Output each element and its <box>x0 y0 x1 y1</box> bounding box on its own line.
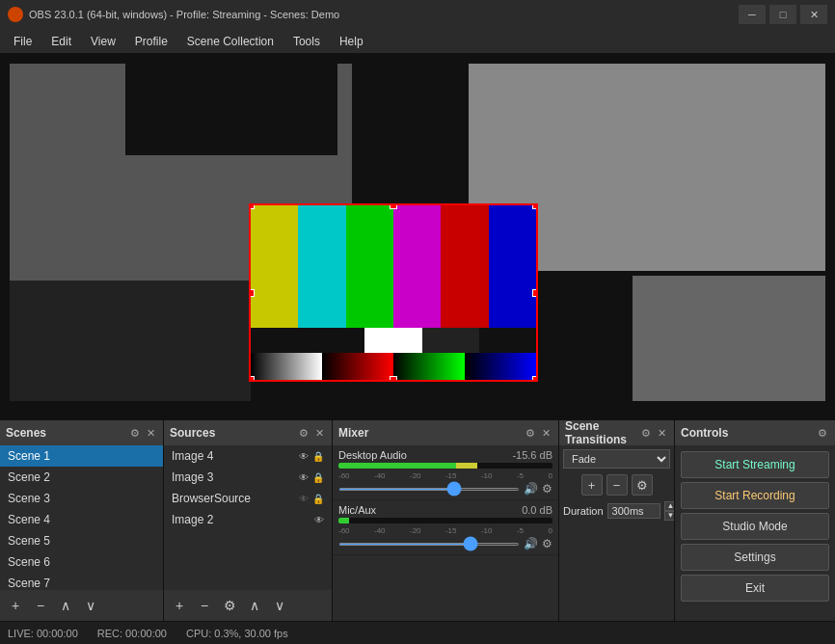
add-source-button[interactable]: + <box>170 596 189 615</box>
maximize-button[interactable]: □ <box>769 5 796 24</box>
source-settings-button[interactable]: ⚙ <box>220 596 239 615</box>
move-scene-down-button[interactable]: ∨ <box>81 596 100 615</box>
duration-up-button[interactable]: ▲ <box>664 501 674 511</box>
source-eye-icon-image3[interactable]: 👁 <box>299 472 309 483</box>
source-lock-icon-image4[interactable]: 🔒 <box>312 451 324 462</box>
mic-aux-settings-icon[interactable]: ⚙ <box>542 537 552 550</box>
menu-profile[interactable]: Profile <box>125 32 177 51</box>
scene-item-7[interactable]: Scene 7 <box>0 573 163 590</box>
mic-aux-track: Mic/Aux 0.0 dB -60 -40 -20 -15 -10 -5 0 <box>333 500 558 555</box>
sources-config-icon[interactable]: ⚙ <box>297 427 310 440</box>
start-recording-button[interactable]: Start Recording <box>681 482 829 509</box>
transition-buttons-row: + − ⚙ <box>563 474 670 496</box>
label-60: -60 <box>338 471 350 480</box>
mic-label-40: -40 <box>374 526 386 535</box>
close-button[interactable]: ✕ <box>800 5 827 24</box>
studio-mode-button[interactable]: Studio Mode <box>681 513 829 540</box>
preview-canvas[interactable] <box>0 54 835 418</box>
move-scene-up-button[interactable]: ∧ <box>56 596 75 615</box>
duration-input[interactable] <box>607 503 660 519</box>
label-5: -5 <box>517 471 524 480</box>
mic-aux-header: Mic/Aux 0.0 dB <box>338 504 552 516</box>
menu-help[interactable]: Help <box>330 32 373 51</box>
controls-config-icon[interactable]: ⚙ <box>816 427 829 440</box>
scene-item-3[interactable]: Scene 3 <box>0 488 163 509</box>
scenes-list: Scene 1 Scene 2 Scene 3 Scene 4 Scene 5 … <box>0 445 163 590</box>
window-controls: ─ □ ✕ <box>739 5 827 24</box>
desktop-audio-slider[interactable] <box>338 488 520 491</box>
handle-br[interactable] <box>532 376 538 382</box>
bar-red <box>441 205 488 328</box>
mic-aux-slider[interactable] <box>338 543 520 546</box>
mic-aux-db: 0.0 dB <box>522 504 552 516</box>
mixer-title: Mixer <box>338 426 368 440</box>
live-status: LIVE: 00:00:00 <box>8 628 78 639</box>
minimize-button[interactable]: ─ <box>739 5 766 24</box>
source-item-browsersource[interactable]: BrowserSource 👁 🔒 <box>164 488 332 509</box>
desktop-audio-settings-icon[interactable]: ⚙ <box>542 482 552 496</box>
controls-title: Controls <box>681 426 728 440</box>
source-label-image3: Image 3 <box>172 470 213 484</box>
handle-tl[interactable] <box>249 203 255 209</box>
mic-label-5: -5 <box>517 526 524 535</box>
source-eye-icon-image4[interactable]: 👁 <box>299 451 309 462</box>
sources-title: Sources <box>170 426 215 440</box>
source-item-image4[interactable]: Image 4 👁 🔒 <box>164 445 332 467</box>
move-source-down-button[interactable]: ∨ <box>270 596 289 615</box>
sources-header: Sources ⚙ ✕ <box>164 420 332 445</box>
remove-scene-button[interactable]: − <box>31 596 50 615</box>
color-bars[interactable] <box>249 203 538 382</box>
scene-item-4[interactable]: Scene 4 <box>0 509 163 530</box>
source-label-image2: Image 2 <box>172 513 213 526</box>
source-item-image2[interactable]: Image 2 👁 <box>164 509 332 530</box>
source-eye-icon-image2[interactable]: 👁 <box>314 515 324 525</box>
scene-item-5[interactable]: Scene 5 <box>0 530 163 551</box>
handle-tr[interactable] <box>532 203 538 209</box>
desktop-audio-mute-icon[interactable]: 🔊 <box>524 482 538 496</box>
sources-close-icon[interactable]: ✕ <box>313 427 326 440</box>
transitions-config-icon[interactable]: ⚙ <box>639 427 653 440</box>
add-scene-button[interactable]: + <box>6 596 25 615</box>
scenes-config-icon[interactable]: ⚙ <box>128 427 142 440</box>
handle-tc[interactable] <box>390 203 397 209</box>
menubar: File Edit View Profile Scene Collection … <box>0 29 835 54</box>
meter-green-mic <box>338 518 349 523</box>
scene-item-6[interactable]: Scene 6 <box>0 551 163 573</box>
settings-button[interactable]: Settings <box>681 544 829 571</box>
source-lock-icon-image3[interactable]: 🔒 <box>312 472 324 483</box>
controls-content: Start Streaming Start Recording Studio M… <box>675 445 835 621</box>
add-transition-button[interactable]: + <box>581 474 603 496</box>
remove-source-button[interactable]: − <box>195 596 214 615</box>
mic-aux-mute-icon[interactable]: 🔊 <box>524 537 538 550</box>
move-source-up-button[interactable]: ∧ <box>245 596 264 615</box>
source-eye-icon-browser[interactable]: 👁 <box>299 494 309 504</box>
mixer-header: Mixer ⚙ ✕ <box>333 420 558 445</box>
exit-button[interactable]: Exit <box>681 575 829 602</box>
start-streaming-button[interactable]: Start Streaming <box>681 451 829 478</box>
desktop-audio-footer-icons: 🔊 ⚙ <box>524 482 552 496</box>
menu-tools[interactable]: Tools <box>283 32 330 51</box>
source-lock-icon-browser[interactable]: 🔒 <box>312 494 324 504</box>
duration-down-button[interactable]: ▼ <box>664 511 674 521</box>
menu-view[interactable]: View <box>81 32 125 51</box>
scenes-close-icon[interactable]: ✕ <box>145 427 157 440</box>
transition-settings-button[interactable]: ⚙ <box>632 474 653 496</box>
remove-transition-button[interactable]: − <box>606 474 628 496</box>
menu-scene-collection[interactable]: Scene Collection <box>177 32 283 51</box>
mic-aux-meter <box>338 518 552 523</box>
scene-item-1[interactable]: Scene 1 <box>0 445 163 467</box>
transitions-close-icon[interactable]: ✕ <box>656 427 668 440</box>
source-icons-image3: 👁 🔒 <box>299 472 324 483</box>
handle-bc[interactable] <box>390 376 397 382</box>
menu-edit[interactable]: Edit <box>41 32 81 51</box>
transition-type-select[interactable]: Fade Cut Swipe <box>563 449 670 469</box>
mixer-close-icon[interactable]: ✕ <box>540 427 552 440</box>
handle-mr[interactable] <box>532 289 538 297</box>
handle-ml[interactable] <box>249 289 255 297</box>
mixer-config-icon[interactable]: ⚙ <box>524 427 537 440</box>
menu-file[interactable]: File <box>4 32 41 51</box>
source-item-image3[interactable]: Image 3 👁 🔒 <box>164 467 332 488</box>
scene-item-2[interactable]: Scene 2 <box>0 467 163 488</box>
sources-list: Image 4 👁 🔒 Image 3 👁 🔒 BrowserSource 👁 … <box>164 445 332 590</box>
handle-bl[interactable] <box>249 376 255 382</box>
